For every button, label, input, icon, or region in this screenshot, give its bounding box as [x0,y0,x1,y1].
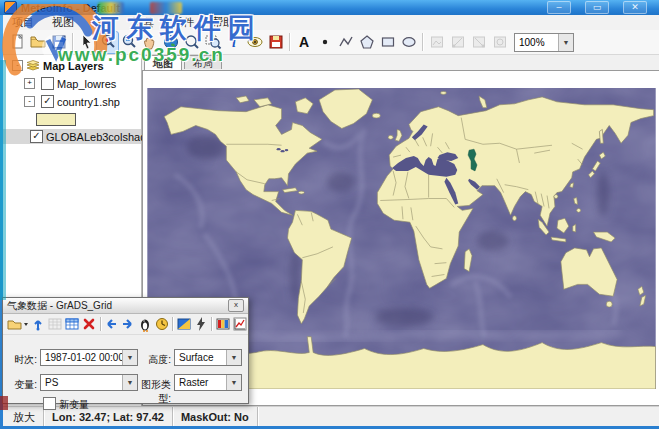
map-zoom-combo[interactable]: 100% ▼ [514,33,574,52]
island-svalbard [440,91,446,94]
menu-plugins[interactable]: 插件 [163,15,203,30]
island-iceland [372,113,380,118]
lake-superior [277,148,281,150]
layer-row-map-lowres[interactable]: + Map_lowres [21,76,141,91]
lake-ontario [285,149,289,151]
layer-row-globaleb3[interactable]: GLOBALeb3colshade.jpg [3,129,141,144]
chevron-down-icon[interactable]: ▼ [558,34,573,51]
time-combo[interactable]: 1987-01-02 00:00 ▼ [40,349,138,366]
menu-view[interactable]: 视图 [43,15,83,30]
menu-tools[interactable]: 工具 [123,15,163,30]
remove-data-icon[interactable] [81,315,98,333]
section-plot-icon[interactable] [175,315,192,333]
map-zoom-value: 100% [515,37,558,48]
expand-icon[interactable]: + [24,78,35,89]
identify-icon[interactable]: i [223,32,244,53]
eye-icon[interactable] [244,32,265,53]
edit-tool-icon-2[interactable] [447,32,468,53]
legend-editor-icon[interactable] [214,315,231,333]
layer-checkbox-country1[interactable] [41,95,54,108]
tab-layout[interactable]: 布局 [184,55,222,69]
layer-row-country1[interactable]: - country1.shp [21,94,141,109]
island-hainan [554,195,558,199]
grid-data-icon-disabled[interactable] [47,315,64,333]
island-tasmania [606,301,612,307]
menu-project[interactable]: 项目 [3,15,43,30]
edit-tool-icon-1[interactable] [426,32,447,53]
level-combo[interactable]: Surface ▼ [174,349,242,366]
app-window: MeteoInfo - Default – ▭ ✕ 项目 视图 图形 工具 插件… [0,0,659,429]
variable-combo[interactable]: PS ▼ [40,374,138,391]
dialog-toolbar [3,314,248,335]
main-toolbar: i A 100% ▼ [3,30,659,55]
chevron-down-icon[interactable]: ▼ [122,350,137,365]
open-data-icon[interactable] [7,315,30,333]
zoom-out-icon[interactable] [118,32,139,53]
dialog-close-button[interactable]: x [228,299,244,312]
collapse-icon[interactable]: - [12,60,23,71]
data-info-icon[interactable] [30,315,47,333]
island-sakhalin [599,129,603,143]
new-variable-label: 新变量 [59,398,109,412]
rectangle-draw-icon[interactable] [377,32,398,53]
status-spacer [258,407,659,427]
layer-label-map-lowres: Map_lowres [57,78,116,90]
dialog-title-bar[interactable]: 气象数据 - GrADS_Grid x [3,298,248,314]
chevron-down-icon[interactable]: ▼ [226,375,241,390]
full-extent-globe-icon[interactable] [160,32,181,53]
layers-root-label: Map Layers [43,60,104,72]
select-cursor-icon[interactable] [76,32,97,53]
next-time-icon[interactable] [119,315,136,333]
variable-value: PS [41,377,122,388]
polygon-draw-icon[interactable] [356,32,377,53]
zoom-in-icon[interactable] [97,32,118,53]
edit-tool-icon-3[interactable] [468,32,489,53]
chart-icon[interactable] [231,315,248,333]
island-hispaniola [298,191,304,194]
ellipse-draw-icon[interactable] [398,32,419,53]
svg-text:A: A [299,34,309,50]
run-script-icon[interactable] [192,315,209,333]
tab-map[interactable]: 地图 [144,55,182,70]
previous-time-icon[interactable] [102,315,119,333]
save-image-icon[interactable] [265,32,286,53]
animation-icon[interactable] [136,315,153,333]
zoom-to-layer-icon[interactable] [202,32,223,53]
layers-root-row[interactable]: - Map Layers [9,58,141,73]
close-button[interactable]: ✕ [623,1,647,14]
layers-stack-icon [26,60,40,71]
status-tool: 放大 [3,407,44,427]
legend-swatch-country1[interactable] [36,113,76,126]
layer-checkbox-map-lowres[interactable] [41,77,54,90]
app-icon [4,1,17,14]
open-project-icon[interactable] [27,32,48,53]
new-variable-checkbox[interactable] [43,397,56,410]
pan-hand-icon[interactable] [139,32,160,53]
layer-checkbox-globaleb3[interactable] [30,130,43,143]
graph-type-value: Raster [175,377,226,388]
point-draw-icon[interactable] [314,32,335,53]
dialog-title: 气象数据 - GrADS_Grid [7,299,112,313]
maximize-button[interactable]: ▭ [585,1,609,14]
island-ireland [388,135,393,139]
time-label: 时次: [9,353,37,367]
menu-graphics[interactable]: 图形 [83,15,123,30]
menu-help[interactable]: 帮助 [203,15,243,30]
data-table-icon[interactable] [64,315,81,333]
minimize-button[interactable]: – [547,1,571,14]
new-project-icon[interactable] [6,32,27,53]
island-sri-lanka [513,216,517,221]
map-tabstrip: 地图 布局 [144,55,224,70]
zoom-full-icon[interactable] [181,32,202,53]
save-project-icon[interactable] [48,32,69,53]
chevron-down-icon[interactable]: ▼ [226,350,241,365]
text-label-icon[interactable]: A [293,32,314,53]
graph-type-combo[interactable]: Raster ▼ [174,374,242,391]
window-title: MeteoInfo - Default [21,2,120,14]
polyline-draw-icon[interactable] [335,32,356,53]
level-label: 高度: [143,353,171,367]
collapse-icon[interactable]: - [24,96,35,107]
level-value: Surface [175,352,226,363]
edit-tool-icon-4[interactable] [489,32,510,53]
time-animation-icon[interactable] [153,315,170,333]
